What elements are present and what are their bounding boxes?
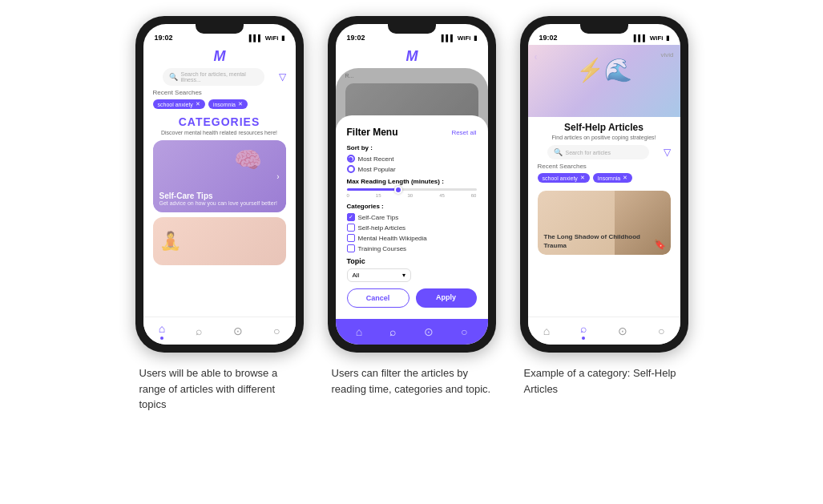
phone2-nav-profile[interactable]: ○ [461,325,467,338]
phone1-search-placeholder: Search for articles, mental illness... [181,71,258,83]
phone2-notch [388,24,436,34]
phone2-signal-icon: ▌▌▌ [442,34,455,42]
radio-most-recent-btn[interactable] [347,155,355,163]
checkbox-self-help-articles-box[interactable] [347,224,355,232]
phone3-filter-icon[interactable]: ▽ [664,147,671,158]
slider-fill [347,188,399,191]
home-icon: ⌂ [159,322,165,335]
phone3-wifi-icon: WiFi [650,34,664,42]
nav-location[interactable]: ⊙ [233,325,243,337]
tick-45: 45 [439,193,445,198]
phone2-container: 19:02 ▌▌▌ WiFi ▮ M R... [328,16,496,397]
article-header-img: ‹ vivid ⚡🌊 [528,45,680,117]
chip-label-2: insomnia [213,102,236,107]
phone2-time: 19:02 [347,34,365,42]
cancel-button[interactable]: Cancel [347,288,409,308]
phone2-nav-home[interactable]: ⌂ [356,325,362,338]
slider-ticks: 0 15 30 45 60 [347,193,477,198]
phone2-nav-search[interactable]: ⌕ [389,325,396,338]
cat-training-courses: Training Courses [358,245,407,252]
phone3-battery-icon: ▮ [666,34,669,42]
phone3-search-nav-icon: ⌕ [580,322,587,335]
phone3-chip-close-1[interactable]: ✕ [580,175,585,181]
checkbox-training-courses-box[interactable] [347,244,355,252]
topic-section: Topic All ▾ [347,257,477,282]
apply-button[interactable]: Apply [416,288,477,308]
phone3-time: 19:02 [539,34,558,42]
chip-close-1[interactable]: ✕ [196,101,200,107]
phone3-home-icon: ⌂ [543,325,550,337]
self-care-card[interactable]: 🧠 Self-Care Tips Get advice on how you c… [153,140,286,212]
phone3-chips-row: school anxiety ✕ Insomnia ✕ [528,173,680,187]
search-icon: 🔍 [169,73,178,81]
radio-most-recent[interactable]: Most Recent [347,155,477,163]
radio-most-popular[interactable]: Most Popular [347,165,477,173]
article-card[interactable]: The Long Shadow of Childhood Trauma 🔖 [538,191,671,255]
phone1-screen: 19:02 ▌▌▌ WiFi ▮ M 🔍 Search for articles… [143,24,296,345]
self-help-articles-title: Self-Help Articles [538,122,671,133]
filter-modal: Filter Menu Reset all Sort by : Most Rec… [336,115,488,319]
phone3-chip-label-1: school anxiety [543,175,578,181]
checkbox-mental-health-wiki-box[interactable] [347,234,355,242]
self-help-articles-sub: Find articles on positive coping strateg… [538,135,671,140]
nav-profile[interactable]: ○ [273,325,280,337]
nav-home[interactable]: ⌂ [159,322,165,340]
phone3-chip-insomnia[interactable]: Insomnia ✕ [593,173,632,183]
phone3-signal-icon: ▌▌▌ [634,34,648,42]
checkbox-self-help-articles[interactable]: Self-help Articles [347,224,477,232]
phone2-nav-location[interactable]: ⊙ [424,325,434,338]
checkbox-self-care-tips[interactable]: Self-Care Tips [347,213,477,221]
topic-select[interactable]: All ▾ [347,268,411,282]
phone1-chips-row: school anxiety ✕ insomnia ✕ [143,99,296,114]
phone3-search-row[interactable]: 🔍 Search for articles ▽ [528,145,680,159]
phone3-nav-home[interactable]: ⌂ [543,325,550,337]
slider-track[interactable] [347,188,477,191]
phone2-bottom-nav: ⌂ ⌕ ⊙ ○ [336,319,488,345]
phone3-location-icon: ⊙ [618,325,627,337]
radio-most-popular-btn[interactable] [347,165,355,173]
chip-close-2[interactable]: ✕ [238,101,243,107]
phone1-app-header: M [143,45,296,68]
chip-insomnia[interactable]: insomnia ✕ [208,99,248,109]
chip-school-anxiety[interactable]: school anxiety ✕ [153,99,205,109]
card-chevron-icon: › [276,172,279,181]
categories-title: CATEGORIES [143,115,296,128]
peach-card[interactable]: 🧘 [153,217,286,265]
checkbox-training-courses[interactable]: Training Courses [347,244,477,252]
filter-header: Filter Menu Reset all [347,127,477,138]
phone3-chip-close-2[interactable]: ✕ [623,175,627,181]
self-care-text: Self-Care Tips Get advice on how you can… [159,192,277,206]
phone1-search-bar[interactable]: 🔍 Search for articles, mental illness... [163,68,264,86]
phone2: 19:02 ▌▌▌ WiFi ▮ M R... [328,16,496,353]
article-title: The Long Shadow of Childhood Trauma [544,233,640,248]
topic-filter-label: Topic [347,257,477,265]
reset-all-link[interactable]: Reset all [451,129,476,136]
phone2-status-icons: ▌▌▌ WiFi ▮ [442,34,477,42]
phone3-nav-location[interactable]: ⊙ [618,325,627,337]
checkbox-mental-health-wiki[interactable]: Mental Health Wikipedia [347,234,477,242]
slider-section: Max Reading Length (minutes) : 0 15 30 4… [347,178,477,198]
article-title-section: Self-Help Articles Find articles on posi… [528,117,680,145]
most-popular-label: Most Popular [358,166,396,173]
phone3-recent-label: Recent Searches [528,163,680,173]
cat-self-care-tips: Self-Care Tips [358,214,399,221]
phone3-status-icons: ▌▌▌ WiFi ▮ [634,34,669,42]
phones-row: 19:02 ▌▌▌ WiFi ▮ M 🔍 Search for articles… [135,16,688,413]
sort-by-label: Sort by : [347,144,477,151]
phone3-nav-search[interactable]: ⌕ [580,322,587,340]
phone3-nav-profile[interactable]: ○ [658,325,664,337]
phone1-search-row[interactable]: 🔍 Search for articles, mental illness...… [143,68,296,86]
phone1-filter-icon[interactable]: ▽ [279,71,286,83]
phone3-search-bar[interactable]: 🔍 Search for articles [547,145,649,159]
phone3-chip-school-anxiety[interactable]: school anxiety ✕ [538,173,590,183]
most-recent-label: Most Recent [358,155,394,163]
slider-thumb[interactable] [394,186,402,194]
categories-section: Categories : Self-Care Tips Self-help Ar… [347,203,477,252]
checkbox-self-care-tips-box[interactable] [347,213,355,221]
phone3-screen: 19:02 ▌▌▌ WiFi ▮ ‹ vivid ⚡🌊 Self-Hel [528,24,680,345]
nav-search-icon: ⌕ [196,325,202,337]
nav-search[interactable]: ⌕ [196,325,202,337]
card1-title: Self-Care Tips [159,192,277,200]
phone3-nav-dot [582,337,585,340]
cat-mental-health-wiki: Mental Health Wikipedia [358,235,427,242]
